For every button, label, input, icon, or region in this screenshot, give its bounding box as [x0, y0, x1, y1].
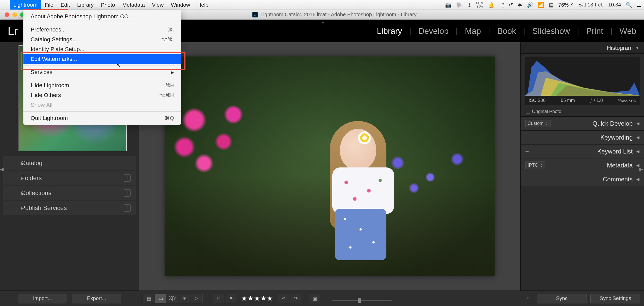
- thumbnail-size-slider[interactable]: [332, 300, 392, 301]
- quick-develop-preset-select[interactable]: Custom▲▼: [525, 120, 550, 127]
- metadata-preset-select[interactable]: IPTC▲▼: [525, 162, 545, 169]
- module-print[interactable]: Print: [586, 26, 603, 36]
- rating-stars[interactable]: ★★★★★: [241, 294, 273, 302]
- menu-hide-others[interactable]: Hide Others⌥⌘H: [23, 90, 181, 100]
- minimize-window-button[interactable]: [12, 12, 17, 17]
- sync-lock-button[interactable]: ⬚: [524, 294, 533, 303]
- histogram-header[interactable]: Histogram▼: [521, 42, 644, 54]
- sync-icon[interactable]: ↺: [509, 2, 513, 8]
- time-display[interactable]: 10:34: [608, 2, 621, 8]
- histogram-iso: ISO 200: [529, 98, 546, 103]
- module-map[interactable]: Map: [465, 26, 481, 36]
- flag-picked-button[interactable]: ⚐: [213, 294, 224, 303]
- left-panel-footer: Import... Export...: [0, 291, 139, 306]
- center-toolbar: ▦ ▭ X|Y ⊞ ☺ ⚐ ⚑ ★★★★★ ↶ ↷ ▣: [139, 291, 520, 306]
- battery-percent[interactable]: 76% ⚡︎: [558, 2, 574, 8]
- import-button[interactable]: Import...: [18, 294, 67, 303]
- mac-menubar: Lightroom File Edit Library Photo Metada…: [0, 0, 644, 10]
- panel-collapse-arrow-icon[interactable]: ▴: [322, 20, 324, 24]
- wifi-icon[interactable]: 📶: [538, 2, 544, 8]
- right-panel-expand-icon[interactable]: ▶: [639, 166, 643, 172]
- control-center-icon[interactable]: ▤: [549, 2, 554, 8]
- menu-metadata[interactable]: Metadata: [119, 0, 149, 10]
- bluetooth-icon[interactable]: ✱: [518, 2, 522, 8]
- menu-library[interactable]: Library: [73, 0, 97, 10]
- date-display[interactable]: Sat 13 Feb: [578, 2, 604, 8]
- panel-collections[interactable]: ▶Collections+: [3, 186, 136, 200]
- add-folder-button[interactable]: +: [124, 174, 131, 182]
- menu-separator: [23, 66, 181, 66]
- panel-comments[interactable]: Comments◀: [521, 172, 644, 186]
- add-collection-button[interactable]: +: [124, 189, 131, 197]
- menu-separator: [23, 79, 181, 79]
- module-library[interactable]: Library: [377, 26, 402, 36]
- grid-overlay-button[interactable]: ▣: [309, 294, 320, 303]
- panel-folders[interactable]: ▶Folders+: [3, 171, 136, 185]
- menu-about[interactable]: About Adobe Photoshop Lightroom CC...: [23, 12, 181, 21]
- compare-view-button[interactable]: X|Y: [167, 294, 178, 303]
- add-publish-button[interactable]: +: [124, 204, 131, 212]
- notification-icon[interactable]: 🔔: [488, 2, 495, 8]
- menu-hide-lightroom[interactable]: Hide Lightroom⌘H: [23, 80, 181, 90]
- evernote-icon[interactable]: 🐘: [456, 2, 463, 8]
- histogram-aperture: ƒ / 1.8: [590, 98, 603, 103]
- histogram-focal: 85 mm: [561, 98, 575, 103]
- left-panel-expand-icon[interactable]: ◀: [0, 166, 4, 172]
- menu-separator: [23, 111, 181, 112]
- sync-settings-button[interactable]: Sync Settings: [590, 294, 640, 303]
- panel-metadata[interactable]: IPTC▲▼ Metadata◀: [521, 158, 644, 172]
- sync-button[interactable]: Sync: [537, 294, 587, 303]
- photo-preview[interactable]: [165, 57, 495, 276]
- lightroom-menu-dropdown: About Adobe Photoshop Lightroom CC... Pr…: [23, 10, 181, 125]
- right-panel: Histogram▼ ISO 200 85 mm ƒ / 1.8 ¹⁄₁₀₀₀ …: [520, 42, 644, 291]
- grid-view-button[interactable]: ▦: [143, 294, 154, 303]
- rotate-left-button[interactable]: ↶: [278, 294, 289, 303]
- panel-quick-develop[interactable]: Custom▲▼ Quick Develop◀: [521, 116, 644, 130]
- loupe-view[interactable]: [139, 42, 520, 291]
- menu-separator: [23, 23, 181, 23]
- menu-photo[interactable]: Photo: [97, 0, 119, 10]
- menu-edit-watermarks[interactable]: Edit Watermarks...: [23, 54, 181, 64]
- survey-view-button[interactable]: ⊞: [179, 294, 190, 303]
- menu-lightroom[interactable]: Lightroom: [10, 0, 41, 10]
- creative-cloud-icon[interactable]: ⊚: [467, 2, 472, 8]
- menu-view[interactable]: View: [148, 0, 167, 10]
- menu-catalog-settings[interactable]: Catalog Settings...⌥⌘,: [23, 35, 181, 44]
- close-window-button[interactable]: [5, 12, 9, 17]
- histogram-display[interactable]: ISO 200 85 mm ƒ / 1.8 ¹⁄₁₀₀₀ sec: [525, 57, 640, 106]
- annotation-underline: [23, 9, 68, 10]
- add-keyword-button[interactable]: +: [525, 148, 529, 155]
- module-book[interactable]: Book: [497, 26, 516, 36]
- right-panel-footer: ⬚ Sync Sync Settings: [520, 291, 644, 306]
- memory-indicator[interactable]: MEM95%: [476, 2, 484, 8]
- dropbox-icon[interactable]: ⬚: [499, 2, 504, 8]
- menu-list-icon[interactable]: ☰: [637, 2, 641, 8]
- menu-help[interactable]: Help: [194, 0, 212, 10]
- rotate-right-button[interactable]: ↷: [290, 294, 301, 303]
- loupe-view-button[interactable]: ▭: [155, 294, 166, 303]
- menu-identity-plate[interactable]: Identity Plate Setup...: [23, 44, 181, 54]
- menu-edit[interactable]: Edit: [57, 0, 73, 10]
- panel-catalog[interactable]: ▶Catalog: [3, 156, 136, 170]
- menu-window[interactable]: Window: [167, 0, 194, 10]
- panel-keyword-list[interactable]: +Keyword List◀: [521, 144, 644, 158]
- menu-services[interactable]: Services▶: [23, 67, 181, 77]
- flag-rejected-button[interactable]: ⚑: [226, 294, 236, 303]
- menu-preferences[interactable]: Preferences...⌘,: [23, 25, 181, 35]
- volume-icon[interactable]: 🔊: [527, 2, 533, 8]
- people-view-button[interactable]: ☺: [191, 294, 202, 303]
- window-title: Lightroom Catalog 2016.lrcat - Adobe Pho…: [260, 12, 417, 18]
- menu-quit[interactable]: Quit Lightroom⌘Q: [23, 113, 181, 123]
- module-slideshow[interactable]: Slideshow: [532, 26, 570, 36]
- export-button[interactable]: Export...: [72, 294, 121, 303]
- original-photo-checkbox[interactable]: Original Photo: [521, 107, 644, 116]
- menu-file[interactable]: File: [41, 0, 57, 10]
- histogram-shutter: ¹⁄₁₀₀₀ sec: [618, 98, 636, 103]
- lightroom-badge-icon: Lr: [252, 12, 258, 18]
- panel-keywording[interactable]: Keywording◀: [521, 130, 644, 144]
- camera-icon[interactable]: 📷: [445, 2, 452, 8]
- module-web[interactable]: Web: [620, 26, 636, 36]
- spotlight-icon[interactable]: 🔍: [626, 2, 632, 8]
- module-develop[interactable]: Develop: [418, 26, 448, 36]
- panel-publish-services[interactable]: ▶Publish Services+: [3, 201, 136, 215]
